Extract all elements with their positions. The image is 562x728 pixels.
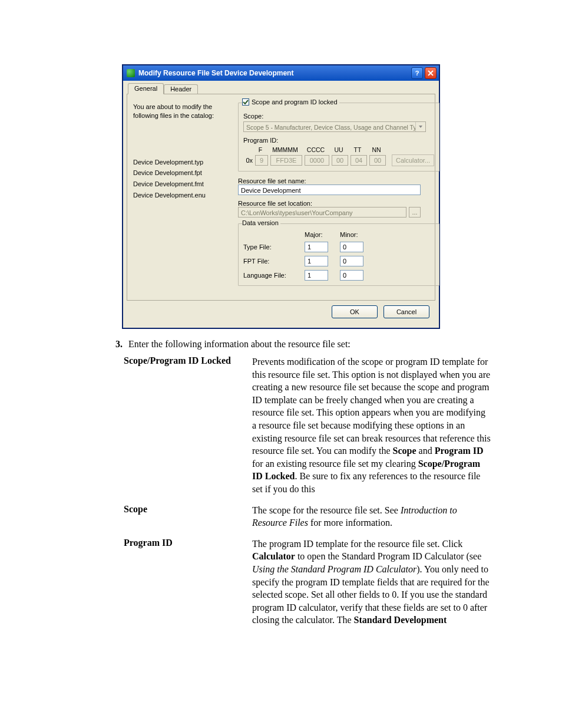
browse-button[interactable]: ... xyxy=(409,207,421,218)
file-item: Device Development.enu xyxy=(133,190,230,201)
dv-fpt-minor[interactable] xyxy=(340,256,363,266)
check-icon xyxy=(243,99,249,105)
dv-fpt-label: FPT File: xyxy=(243,258,305,265)
chevron-down-icon xyxy=(415,122,425,131)
dv-type-label: Type File: xyxy=(243,243,305,251)
location-input: C:\LonWorks\types\user\YourCompany xyxy=(238,207,406,218)
dv-type-minor[interactable] xyxy=(340,242,363,252)
name-input[interactable]: Device Development xyxy=(238,185,421,195)
data-version-legend: Data version xyxy=(242,219,279,226)
pid-prefix: 0x xyxy=(243,157,253,164)
def-desc: The program ID template for the resource… xyxy=(252,538,491,627)
def-term: Scope/Program ID Locked xyxy=(124,355,252,496)
help-button[interactable]: ? xyxy=(411,67,423,79)
step-text: Enter the following information about th… xyxy=(128,339,351,350)
dv-fpt-major[interactable] xyxy=(305,256,328,266)
pid-column-labels: F MMMMM CCCC UU TT NN xyxy=(254,146,434,153)
dv-minor-header: Minor: xyxy=(340,231,375,238)
tabstrip: General Header xyxy=(127,83,435,94)
tabpanel-general: You are about to modify the following fi… xyxy=(127,94,435,301)
svg-text:?: ? xyxy=(415,70,419,77)
close-button[interactable] xyxy=(425,67,437,79)
dv-lang-major[interactable] xyxy=(305,270,328,281)
dv-lang-label: Language File: xyxy=(243,272,305,279)
pid-m-input xyxy=(270,155,302,166)
scope-select: Scope 5 - Manufacturer, Device Class, Us… xyxy=(243,121,426,132)
def-scope-locked: Scope/Program ID Locked Prevents modific… xyxy=(124,355,491,496)
file-item: Device Development.fmt xyxy=(133,179,230,190)
file-list: Device Development.typ Device Developmen… xyxy=(133,157,230,201)
dialog-titlebar[interactable]: Modify Resource File Set Device Developm… xyxy=(123,65,439,81)
location-label: Resource file set location: xyxy=(238,200,439,207)
dv-type-major[interactable] xyxy=(305,242,328,252)
file-item: Device Development.fpt xyxy=(133,167,230,179)
scope-groupbox: Scope and program ID locked Scope: Scope… xyxy=(238,103,439,172)
def-desc: Prevents modification of the scope or pr… xyxy=(252,355,491,496)
step-number: 3. xyxy=(100,339,128,350)
def-term: Scope xyxy=(124,504,252,529)
def-desc: The scope for the resource file set. See… xyxy=(252,504,491,529)
tab-header[interactable]: Header xyxy=(164,84,198,94)
tab-general[interactable]: General xyxy=(128,83,164,94)
app-icon xyxy=(127,69,135,77)
scope-label: Scope: xyxy=(243,113,263,120)
scope-value: Scope 5 - Manufacturer, Device Class, Us… xyxy=(246,124,423,131)
pid-c-input xyxy=(305,155,329,166)
program-id-label: Program ID: xyxy=(243,137,278,144)
ok-button[interactable]: OK xyxy=(332,305,378,318)
def-term: Program ID xyxy=(124,538,252,627)
pid-t-input xyxy=(351,155,367,166)
dv-lang-minor[interactable] xyxy=(340,270,363,281)
dialog-title: Modify Resource File Set Device Developm… xyxy=(138,69,411,77)
intro-text: You are about to modify the following fi… xyxy=(133,103,230,120)
calculator-button: Calculator... xyxy=(392,154,434,166)
pid-n-input xyxy=(369,155,386,166)
def-scope: Scope The scope for the resource file se… xyxy=(124,504,491,529)
step-3: 3. Enter the following information about… xyxy=(100,339,491,350)
name-label: Resource file set name: xyxy=(238,177,439,185)
pid-u-input xyxy=(332,155,348,166)
def-program-id: Program ID The program ID template for t… xyxy=(124,538,491,627)
cancel-button[interactable]: Cancel xyxy=(384,305,429,318)
file-item: Device Development.typ xyxy=(133,157,230,168)
scope-locked-checkbox[interactable] xyxy=(242,98,249,106)
modify-resource-dialog: Modify Resource File Set Device Developm… xyxy=(123,65,439,328)
pid-f-input xyxy=(255,155,268,166)
scope-locked-label: Scope and program ID locked xyxy=(252,98,338,106)
data-version-groupbox: Data version Major: Minor: Type File: xyxy=(238,223,439,286)
dv-major-header: Major: xyxy=(305,231,340,238)
